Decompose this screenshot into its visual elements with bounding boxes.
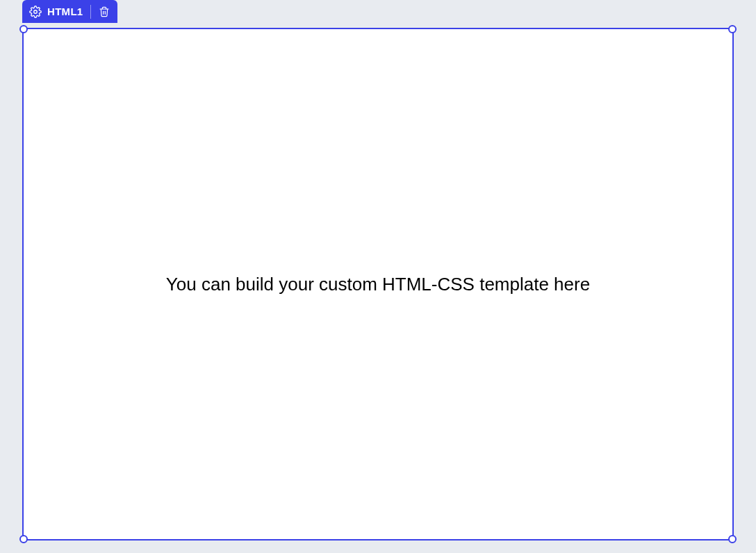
canvas-placeholder-text: You can build your custom HTML-CSS templ…: [166, 274, 590, 295]
component-tab-label[interactable]: HTML1: [47, 6, 83, 17]
resize-handle-bottom-right[interactable]: [728, 535, 737, 543]
resize-handle-top-right[interactable]: [728, 25, 737, 33]
trash-icon[interactable]: [98, 6, 110, 18]
toolbar-divider: [90, 5, 92, 19]
component-toolbar: HTML1: [22, 0, 117, 23]
resize-handle-top-left[interactable]: [19, 25, 28, 33]
html-canvas[interactable]: You can build your custom HTML-CSS templ…: [22, 28, 734, 540]
svg-point-0: [34, 10, 38, 13]
gear-icon[interactable]: [29, 6, 42, 18]
resize-handle-bottom-left[interactable]: [19, 535, 28, 543]
